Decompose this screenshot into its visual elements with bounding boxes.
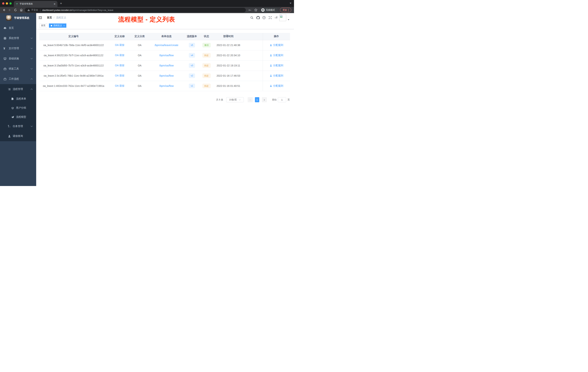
avatar[interactable]: [279, 14, 286, 21]
sidebar-item-process-form[interactable]: 流程表单: [0, 94, 36, 103]
definition-name-link[interactable]: OA 请假: [115, 44, 124, 46]
workflow-submenu: 流程管理 流程表单 用户: [0, 84, 36, 141]
help-icon[interactable]: ?: [262, 16, 266, 19]
not-secure-label[interactable]: 不安全: [31, 9, 38, 12]
definition-name-link[interactable]: OA 请假: [115, 84, 124, 87]
cell-deploy-time: 2022-01-22 19:19:11: [214, 60, 242, 71]
sidebar-item-system[interactable]: 系统管理: [0, 33, 36, 43]
fullscreen-icon[interactable]: [269, 16, 272, 19]
cell-filler: [242, 50, 263, 60]
forward-icon[interactable]: [8, 8, 11, 12]
pagination: 共 5 条 10条/页 ‹ 1 › 前往 页: [216, 97, 290, 102]
form-link[interactable]: /bpm/oa/leave/create: [155, 44, 178, 47]
broken-image-icon: [280, 15, 283, 18]
sidebar-item-leave-query[interactable]: 请假查询: [0, 131, 36, 141]
sidebar-item-user-group[interactable]: 用户分组: [0, 103, 36, 112]
cell-definition-id: oa_leave:5:004b710b-7b8a-11ec-8ef0-acde4…: [39, 40, 108, 50]
sidebar-item-label: 流程表单: [16, 97, 26, 100]
definition-table: 定义编号 定义名称 定义分类 表单信息 流程版本 状态 部署时间 操作: [39, 33, 290, 91]
text-size-icon[interactable]: T T: [274, 16, 278, 19]
sidebar-collapse-icon[interactable]: [39, 16, 42, 19]
page-number-1[interactable]: 1: [255, 97, 259, 102]
sidebar-item-process-model[interactable]: 流程模型: [0, 112, 36, 121]
sidebar-item-label: 请假查询: [13, 134, 23, 138]
person-icon: [8, 135, 11, 138]
active-tag-dot: [51, 25, 52, 26]
window-close-button[interactable]: [2, 2, 4, 5]
cell-category: OA: [131, 50, 148, 60]
next-page-button[interactable]: ›: [262, 97, 267, 102]
incognito-badge[interactable]: 无痕模式: [260, 8, 278, 12]
assign-rule-button[interactable]: 分配规则: [270, 74, 283, 77]
form-link[interactable]: /bpm/oa/flow: [159, 85, 174, 87]
tab-title: 芋道管理系统: [20, 2, 53, 5]
cell-filler: [242, 40, 263, 50]
tag-process-definition[interactable]: 流程定义 ×: [49, 23, 66, 28]
not-secure-warning-icon[interactable]: [27, 9, 30, 11]
browser-tab-strip: 芋道管理系统 ✕ +: [0, 0, 294, 7]
sidebar-item-dev-tools[interactable]: 研发工具: [0, 64, 36, 74]
assign-user-icon: [270, 85, 272, 87]
cell-deploy-time: 2022-01-16 17:46:53: [214, 71, 242, 81]
assign-rule-button[interactable]: 分配规则: [270, 64, 283, 67]
sidebar-item-infrastructure[interactable]: 基础设施: [0, 54, 36, 64]
address-bar[interactable]: 不安全 dashboard.yudao.iocoder.cn/bpm/manag…: [25, 8, 246, 12]
assign-rule-button[interactable]: 分配规则: [270, 44, 283, 47]
logo-title: 芋道管理系统: [14, 16, 29, 20]
version-badge: v2: [189, 74, 195, 78]
browser-menu-icon[interactable]: [288, 9, 289, 11]
definition-name-link[interactable]: OA 请假: [115, 74, 124, 77]
reload-icon[interactable]: [14, 8, 17, 12]
sidebar-item-payment[interactable]: ¥ 支付管理: [0, 43, 36, 54]
back-icon[interactable]: [2, 8, 6, 12]
cell-category: OA: [131, 71, 148, 81]
tab-search-icon[interactable]: [290, 3, 292, 4]
sidebar-item-label: 用户分组: [16, 106, 26, 109]
breadcrumb-home[interactable]: 首页: [47, 16, 52, 19]
version-badge: v5: [189, 43, 195, 47]
sidebar-item-home[interactable]: 首页: [0, 23, 36, 33]
sidebar-logo[interactable]: 芋道管理系统: [0, 13, 36, 23]
form-link[interactable]: /bpm/oa/flow: [159, 74, 174, 77]
goto-page-input[interactable]: [278, 97, 286, 102]
form-icon: [11, 97, 14, 100]
password-key-icon[interactable]: [248, 9, 252, 12]
breadcrumb: 首页 / 流程定义: [47, 16, 66, 19]
table-row: oa_leave:3:1fad3d93-7b75-11ec-a3c8-acde4…: [39, 60, 290, 71]
assign-rule-button[interactable]: 分配规则: [270, 54, 283, 57]
form-link[interactable]: /bpm/oa/flow: [159, 64, 174, 67]
chevron-down-icon: [31, 37, 33, 39]
toolbox-icon: [3, 67, 7, 70]
browser-update-button[interactable]: 更新: [280, 8, 291, 12]
col-header-definition-id: 定义编号: [39, 33, 108, 40]
new-tab-button[interactable]: +: [60, 1, 62, 5]
bookmark-star-icon[interactable]: [254, 8, 257, 12]
browser-tab[interactable]: 芋道管理系统 ✕: [14, 1, 57, 7]
cell-filler: [242, 60, 263, 71]
url-path[interactable]: /bpm/manager/definition?key=oa_leave: [72, 9, 113, 11]
window-zoom-button[interactable]: [10, 2, 12, 5]
definition-name-link[interactable]: OA 请假: [115, 64, 124, 67]
github-icon[interactable]: [256, 16, 260, 20]
browser-toolbar: 不安全 dashboard.yudao.iocoder.cn/bpm/manag…: [0, 7, 294, 13]
sidebar-item-workflow[interactable]: 工作流程: [0, 74, 36, 84]
tab-close-icon[interactable]: ✕: [53, 2, 56, 5]
sidebar-item-label: 基础设施: [9, 57, 19, 60]
assign-rule-button[interactable]: 分配规则: [270, 84, 283, 88]
form-link[interactable]: /bpm/oa/flow: [159, 54, 174, 57]
sidebar-item-process-management[interactable]: 流程管理: [0, 84, 36, 94]
home-icon[interactable]: [20, 8, 23, 12]
chevron-down-icon: [31, 58, 33, 59]
window-minimize-button[interactable]: [6, 2, 8, 5]
definition-name-link[interactable]: OA 请假: [115, 54, 124, 57]
page-unit-label: 页: [288, 98, 290, 101]
avatar-caret-down-icon[interactable]: [288, 19, 289, 20]
search-icon[interactable]: [250, 16, 253, 19]
page-size-select[interactable]: 10条/页: [226, 97, 244, 102]
sidebar-item-task-management[interactable]: 任务管理: [0, 121, 36, 131]
window-controls[interactable]: [2, 2, 12, 5]
tag-close-icon[interactable]: ×: [63, 25, 64, 27]
prev-page-button[interactable]: ‹: [248, 97, 253, 102]
url-host[interactable]: dashboard.yudao.iocoder.cn: [42, 9, 72, 11]
tag-home[interactable]: 首页: [39, 23, 47, 28]
